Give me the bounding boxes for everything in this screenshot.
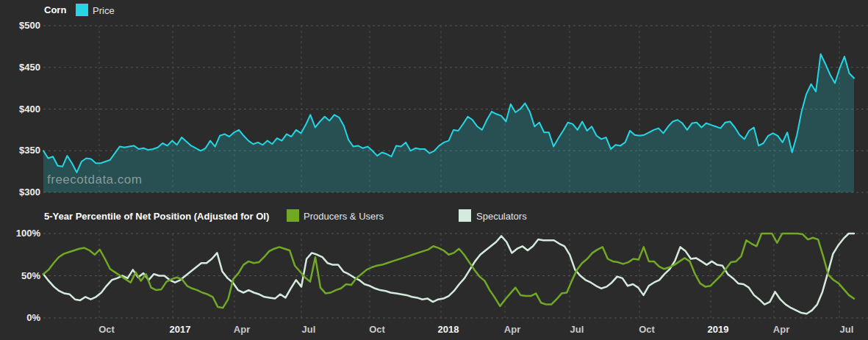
percentile-axis-label: 50%: [0, 270, 40, 282]
x-axis-month-label: Oct: [79, 324, 134, 335]
x-axis-month-label: Jul: [819, 324, 868, 335]
watermark: freecotdata.com: [47, 173, 142, 187]
speculators-line[interactable]: [43, 234, 854, 314]
speculators-legend-label: Speculators: [476, 211, 527, 222]
price-legend-swatch-icon: [76, 4, 88, 16]
percentile-chart-title: 5-Year Percentile of Net Position (Adjus…: [44, 211, 269, 222]
price-axis-label: $450: [0, 62, 40, 73]
price-axis-label: $350: [0, 145, 40, 156]
x-axis-year-label: 2018: [421, 324, 476, 335]
price-axis-label: $300: [0, 187, 40, 198]
charts-canvas[interactable]: [0, 0, 868, 340]
x-axis-month-label: Apr: [215, 324, 269, 335]
x-axis-month-label: Oct: [620, 324, 674, 335]
producers-legend-swatch-icon: [287, 209, 299, 222]
producers-legend-label: Producers & Users: [304, 211, 384, 222]
cot-dashboard: Corn Price freecotdata.com 5-Year Percen…: [0, 0, 868, 340]
x-axis-year-label: 2019: [691, 324, 745, 335]
percentile-axis-label: 100%: [0, 228, 40, 239]
price-axis-label: $500: [0, 20, 40, 32]
price-axis-label: $400: [0, 104, 40, 115]
percentile-axis-label: 0%: [0, 312, 40, 324]
x-axis-month-label: Apr: [485, 324, 539, 335]
x-axis-year-label: 2017: [153, 324, 207, 335]
x-axis-month-label: Apr: [754, 324, 808, 335]
price-legend-label: Price: [93, 5, 115, 16]
price-chart-title: Corn: [44, 4, 66, 15]
x-axis-month-label: Jul: [550, 324, 604, 335]
x-axis-month-label: Jul: [281, 324, 336, 335]
x-axis-month-label: Oct: [350, 324, 404, 335]
price-area-fill: [43, 54, 854, 192]
speculators-legend-swatch-icon: [459, 209, 471, 222]
